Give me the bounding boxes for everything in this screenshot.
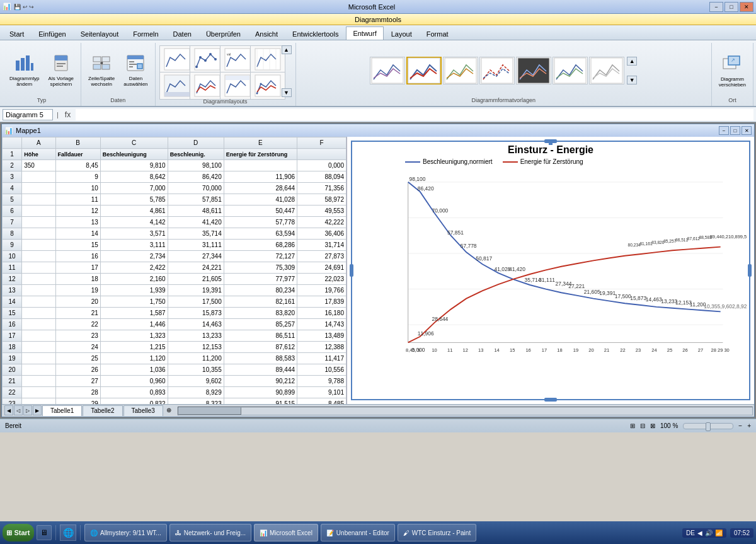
cell-r10-c[interactable]: 2,734 xyxy=(100,251,168,262)
cell-r16-e[interactable]: 85,257 xyxy=(224,319,297,330)
cell-r16-f[interactable]: 14,743 xyxy=(297,319,346,330)
cell-r8-f[interactable]: 36,406 xyxy=(297,228,346,240)
cell-r6-a[interactable] xyxy=(22,205,55,217)
wb-close[interactable]: ✕ xyxy=(742,126,752,135)
format-style-5[interactable] xyxy=(516,57,551,84)
cell-r16-a[interactable] xyxy=(22,319,55,330)
row-header-4[interactable]: 4 xyxy=(3,183,22,194)
cell-r12-b[interactable]: 18 xyxy=(55,274,100,285)
col-header-b[interactable]: B xyxy=(55,137,100,149)
zoom-minus[interactable]: − xyxy=(738,422,742,429)
resize-handle-bottom[interactable] xyxy=(544,398,557,402)
cell-r13-c[interactable]: 1,939 xyxy=(100,285,168,296)
taskbar-excel[interactable]: 📊 Microsoft Excel xyxy=(254,524,318,541)
cell-r18-d[interactable]: 12,153 xyxy=(168,342,224,353)
cell-r14-f[interactable]: 17,839 xyxy=(297,296,346,308)
cell-r3-f[interactable]: 88,094 xyxy=(297,171,346,183)
cell-r11-a[interactable] xyxy=(22,262,55,274)
cell-r21-e[interactable]: 90,212 xyxy=(224,376,297,387)
cell-r21-c[interactable]: 0,960 xyxy=(100,376,168,387)
cell-r4-b[interactable]: 10 xyxy=(55,183,100,194)
cell-r5-b[interactable]: 11 xyxy=(55,194,100,205)
format-style-6[interactable] xyxy=(553,57,588,84)
cell-r20-f[interactable]: 10,556 xyxy=(297,364,346,376)
row-header-16[interactable]: 16 xyxy=(3,319,22,330)
cell-r8-a[interactable] xyxy=(22,228,55,240)
layout-btn-8[interactable] xyxy=(250,72,285,100)
cell-r7-a[interactable] xyxy=(22,217,55,228)
format-style-4[interactable] xyxy=(479,57,515,84)
cell-r20-b[interactable]: 26 xyxy=(55,364,100,376)
cell-r13-b[interactable]: 19 xyxy=(55,285,100,296)
cell-r23-e[interactable]: 91,515 xyxy=(224,398,297,405)
row-header-14[interactable]: 14 xyxy=(3,296,22,308)
row-header-12[interactable]: 12 xyxy=(3,274,22,285)
format-style-3[interactable] xyxy=(443,57,478,84)
cell-r22-c[interactable]: 0,893 xyxy=(100,387,168,398)
cell-r15-d[interactable]: 15,873 xyxy=(168,308,224,319)
cell-r23-b[interactable]: 29 xyxy=(55,398,100,405)
row-header-19[interactable]: 19 xyxy=(3,353,22,364)
ie-btn[interactable]: 🌐 xyxy=(60,524,76,541)
row-header-5[interactable]: 5 xyxy=(3,194,22,205)
zoom-icon-normal[interactable]: ⊞ xyxy=(630,422,635,429)
clock[interactable]: 07:52 xyxy=(730,528,753,538)
row-header-18[interactable]: 18 xyxy=(3,342,22,353)
chart-area[interactable]: Einsturz - Energie Beschleunigung,normie… xyxy=(347,137,754,404)
cell-r3-c[interactable]: 8,642 xyxy=(100,171,168,183)
cell-r21-b[interactable]: 27 xyxy=(55,376,100,387)
cell-r15-b[interactable]: 21 xyxy=(55,308,100,319)
cell-r7-e[interactable]: 57,778 xyxy=(224,217,297,228)
row-header-15[interactable]: 15 xyxy=(3,308,22,319)
cell-r21-d[interactable]: 9,602 xyxy=(168,376,224,387)
cell-r7-b[interactable]: 13 xyxy=(55,217,100,228)
cell-r20-d[interactable]: 10,355 xyxy=(168,364,224,376)
cell-r11-d[interactable]: 24,221 xyxy=(168,262,224,274)
cell-r10-e[interactable]: 72,127 xyxy=(224,251,297,262)
cell-r11-f[interactable]: 24,691 xyxy=(297,262,346,274)
cell-r16-b[interactable]: 22 xyxy=(55,319,100,330)
row-header-7[interactable]: 7 xyxy=(3,217,22,228)
sheet-tab-tabelle1[interactable]: Tabelle1 xyxy=(42,405,82,416)
cell-r2-b[interactable]: 8,45 xyxy=(55,160,100,171)
cell-r21-a[interactable] xyxy=(22,376,55,387)
cell-r5-c[interactable]: 5,785 xyxy=(100,194,168,205)
cell-r17-f[interactable]: 13,489 xyxy=(297,330,346,342)
cell-r22-e[interactable]: 90,899 xyxy=(224,387,297,398)
format-style-1[interactable] xyxy=(370,57,405,84)
cell-r8-b[interactable]: 14 xyxy=(55,228,100,240)
col-header-a[interactable]: A xyxy=(22,137,55,149)
cell-r9-b[interactable]: 15 xyxy=(55,240,100,251)
sheet-tab-tabelle2[interactable]: Tabelle2 xyxy=(83,405,122,416)
cell-r13-a[interactable] xyxy=(22,285,55,296)
cell-r14-d[interactable]: 17,500 xyxy=(168,296,224,308)
restore-btn[interactable]: □ xyxy=(724,2,738,12)
col-header-f[interactable]: F xyxy=(297,137,346,149)
cell-r17-b[interactable]: 23 xyxy=(55,330,100,342)
tab-daten[interactable]: Daten xyxy=(166,27,198,40)
cell-r8-c[interactable]: 3,571 xyxy=(100,228,168,240)
cell-r12-e[interactable]: 77,977 xyxy=(224,274,297,285)
cell-r2-d[interactable]: 98,100 xyxy=(168,160,224,171)
cell-r2-a[interactable]: 350 xyxy=(22,160,55,171)
close-btn[interactable]: ✕ xyxy=(740,2,753,12)
cell-r6-d[interactable]: 48,611 xyxy=(168,205,224,217)
tab-ansicht[interactable]: Ansicht xyxy=(248,27,285,40)
row-header-23[interactable]: 23 xyxy=(3,398,22,405)
row-header-17[interactable]: 17 xyxy=(3,330,22,342)
cell-r22-b[interactable]: 28 xyxy=(55,387,100,398)
cell-r7-c[interactable]: 4,142 xyxy=(100,217,168,228)
cell-r13-e[interactable]: 80,234 xyxy=(224,285,297,296)
cell-r5-a[interactable] xyxy=(22,194,55,205)
row-header-3[interactable]: 3 xyxy=(3,171,22,183)
cell-r2-f[interactable]: 0,000 xyxy=(297,160,346,171)
cell-r1-f[interactable] xyxy=(297,149,346,160)
sheet-scroll-left[interactable]: ◀ xyxy=(4,405,13,415)
row-header-10[interactable]: 10 xyxy=(3,251,22,262)
h-scrollbar-thumb[interactable] xyxy=(178,407,241,415)
cell-r1-c[interactable]: Beschleunigung xyxy=(100,149,168,160)
cell-r10-a[interactable] xyxy=(22,251,55,262)
page-break-icon[interactable]: ⊠ xyxy=(650,422,655,429)
cell-r22-a[interactable] xyxy=(22,387,55,398)
cell-r11-c[interactable]: 2,422 xyxy=(100,262,168,274)
